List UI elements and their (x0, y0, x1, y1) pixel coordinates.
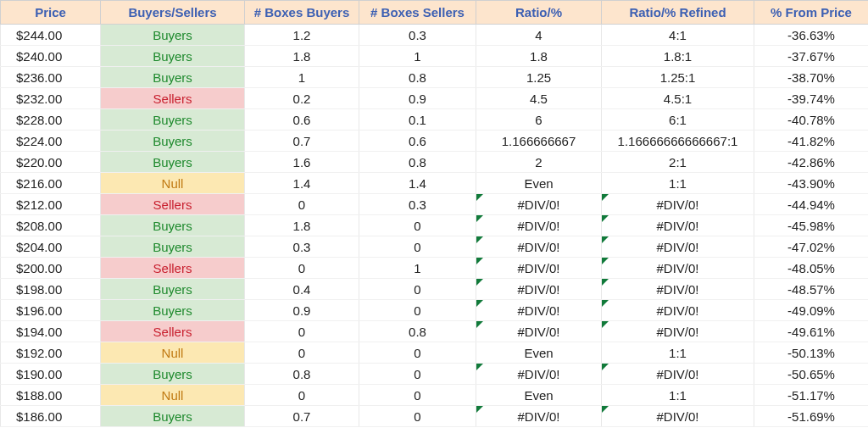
cell-price[interactable]: $220.00 (1, 152, 101, 173)
cell-price[interactable]: $196.00 (1, 300, 101, 321)
col-header-buyers-sellers[interactable]: Buyers/Sellers (101, 1, 245, 25)
cell-boxes-buyers[interactable]: 1.8 (245, 46, 359, 67)
cell-pct-from-price[interactable]: -44.94% (754, 194, 869, 215)
cell-boxes-buyers[interactable]: 0 (245, 321, 359, 342)
cell-boxes-sellers[interactable]: 0 (359, 236, 476, 258)
table-row[interactable]: $198.00Buyers0.40#DIV/0!#DIV/0!-48.57% (1, 279, 869, 300)
cell-boxes-buyers[interactable]: 0 (245, 385, 359, 406)
col-header-boxes-buyers[interactable]: # Boxes Buyers (245, 1, 359, 25)
col-header-price[interactable]: Price (1, 1, 101, 25)
cell-ratio[interactable]: 2 (476, 152, 602, 173)
cell-boxes-buyers[interactable]: 0.4 (245, 279, 359, 300)
table-row[interactable]: $232.00Sellers0.20.94.54.5:1-39.74% (1, 88, 869, 109)
cell-ratio[interactable]: #DIV/0! (476, 321, 602, 342)
cell-boxes-buyers[interactable]: 0.8 (245, 364, 359, 385)
cell-buyers-sellers[interactable]: Buyers (101, 67, 245, 88)
cell-ratio-refined[interactable]: #DIV/0! (602, 258, 754, 279)
cell-boxes-buyers[interactable]: 0 (245, 258, 359, 279)
cell-ratio[interactable]: Even (476, 342, 602, 364)
cell-buyers-sellers[interactable]: Sellers (101, 321, 245, 342)
cell-buyers-sellers[interactable]: Buyers (101, 131, 245, 152)
cell-price[interactable]: $212.00 (1, 194, 101, 215)
cell-boxes-sellers[interactable]: 0.9 (359, 88, 476, 109)
table-row[interactable]: $224.00Buyers0.70.61.1666666671.16666666… (1, 131, 869, 152)
table-row[interactable]: $190.00Buyers0.80#DIV/0!#DIV/0!-50.65% (1, 364, 869, 385)
col-header-ratio[interactable]: Ratio/% (476, 1, 602, 25)
cell-pct-from-price[interactable]: -51.69% (754, 406, 869, 427)
cell-ratio[interactable]: #DIV/0! (476, 279, 602, 300)
cell-ratio-refined[interactable]: 1.25:1 (602, 67, 754, 88)
cell-ratio[interactable]: #DIV/0! (476, 406, 602, 427)
cell-price[interactable]: $224.00 (1, 131, 101, 152)
cell-pct-from-price[interactable]: -36.63% (754, 25, 869, 46)
cell-boxes-sellers[interactable]: 0 (359, 215, 476, 236)
cell-pct-from-price[interactable]: -49.61% (754, 321, 869, 342)
cell-boxes-sellers[interactable]: 1.4 (359, 173, 476, 194)
cell-ratio-refined[interactable]: 1:1 (602, 342, 754, 364)
cell-boxes-sellers[interactable]: 0.8 (359, 321, 476, 342)
table-row[interactable]: $228.00Buyers0.60.166:1-40.78% (1, 109, 869, 131)
cell-buyers-sellers[interactable]: Buyers (101, 406, 245, 427)
cell-boxes-sellers[interactable]: 0 (359, 342, 476, 364)
cell-ratio[interactable]: 6 (476, 109, 602, 131)
table-row[interactable]: $194.00Sellers00.8#DIV/0!#DIV/0!-49.61% (1, 321, 869, 342)
cell-ratio-refined[interactable]: 1.8:1 (602, 46, 754, 67)
cell-pct-from-price[interactable]: -48.57% (754, 279, 869, 300)
table-row[interactable]: $186.00Buyers0.70#DIV/0!#DIV/0!-51.69% (1, 406, 869, 427)
cell-ratio[interactable]: #DIV/0! (476, 194, 602, 215)
cell-boxes-sellers[interactable]: 0 (359, 364, 476, 385)
cell-price[interactable]: $244.00 (1, 25, 101, 46)
cell-price[interactable]: $194.00 (1, 321, 101, 342)
cell-boxes-buyers[interactable]: 1.2 (245, 25, 359, 46)
cell-buyers-sellers[interactable]: Buyers (101, 152, 245, 173)
col-header-ratio-refined[interactable]: Ratio/% Refined (602, 1, 754, 25)
cell-boxes-sellers[interactable]: 0 (359, 406, 476, 427)
cell-price[interactable]: $228.00 (1, 109, 101, 131)
col-header-pct-from-price[interactable]: % From Price (754, 1, 869, 25)
cell-buyers-sellers[interactable]: Sellers (101, 194, 245, 215)
cell-boxes-sellers[interactable]: 1 (359, 46, 476, 67)
cell-buyers-sellers[interactable]: Null (101, 385, 245, 406)
cell-ratio[interactable]: 1.8 (476, 46, 602, 67)
cell-boxes-buyers[interactable]: 0.2 (245, 88, 359, 109)
cell-buyers-sellers[interactable]: Buyers (101, 300, 245, 321)
cell-buyers-sellers[interactable]: Null (101, 173, 245, 194)
table-row[interactable]: $208.00Buyers1.80#DIV/0!#DIV/0!-45.98% (1, 215, 869, 236)
cell-boxes-buyers[interactable]: 0 (245, 342, 359, 364)
cell-boxes-sellers[interactable]: 0.8 (359, 152, 476, 173)
cell-pct-from-price[interactable]: -50.13% (754, 342, 869, 364)
cell-ratio-refined[interactable]: #DIV/0! (602, 300, 754, 321)
cell-pct-from-price[interactable]: -49.09% (754, 300, 869, 321)
cell-pct-from-price[interactable]: -47.02% (754, 236, 869, 258)
cell-ratio-refined[interactable]: 1:1 (602, 173, 754, 194)
cell-boxes-sellers[interactable]: 0 (359, 279, 476, 300)
col-header-boxes-sellers[interactable]: # Boxes Sellers (359, 1, 476, 25)
cell-buyers-sellers[interactable]: Buyers (101, 279, 245, 300)
cell-ratio[interactable]: 1.166666667 (476, 131, 602, 152)
cell-boxes-sellers[interactable]: 0.6 (359, 131, 476, 152)
cell-pct-from-price[interactable]: -43.90% (754, 173, 869, 194)
cell-ratio[interactable]: 4 (476, 25, 602, 46)
cell-ratio-refined[interactable]: #DIV/0! (602, 279, 754, 300)
cell-price[interactable]: $240.00 (1, 46, 101, 67)
table-row[interactable]: $240.00Buyers1.811.81.8:1-37.67% (1, 46, 869, 67)
cell-boxes-buyers[interactable]: 1.8 (245, 215, 359, 236)
cell-boxes-buyers[interactable]: 0.7 (245, 406, 359, 427)
cell-ratio-refined[interactable]: #DIV/0! (602, 194, 754, 215)
cell-boxes-buyers[interactable]: 0.6 (245, 109, 359, 131)
cell-boxes-buyers[interactable]: 0 (245, 194, 359, 215)
cell-ratio[interactable]: #DIV/0! (476, 215, 602, 236)
cell-ratio-refined[interactable]: 1:1 (602, 385, 754, 406)
cell-boxes-buyers[interactable]: 1.4 (245, 173, 359, 194)
table-row[interactable]: $196.00Buyers0.90#DIV/0!#DIV/0!-49.09% (1, 300, 869, 321)
cell-boxes-buyers[interactable]: 0.3 (245, 236, 359, 258)
cell-pct-from-price[interactable]: -37.67% (754, 46, 869, 67)
cell-price[interactable]: $236.00 (1, 67, 101, 88)
cell-ratio[interactable]: 1.25 (476, 67, 602, 88)
table-row[interactable]: $188.00Null00Even1:1-51.17% (1, 385, 869, 406)
cell-price[interactable]: $204.00 (1, 236, 101, 258)
cell-buyers-sellers[interactable]: Null (101, 342, 245, 364)
cell-boxes-buyers[interactable]: 1 (245, 67, 359, 88)
cell-boxes-sellers[interactable]: 0.1 (359, 109, 476, 131)
cell-ratio-refined[interactable]: 6:1 (602, 109, 754, 131)
